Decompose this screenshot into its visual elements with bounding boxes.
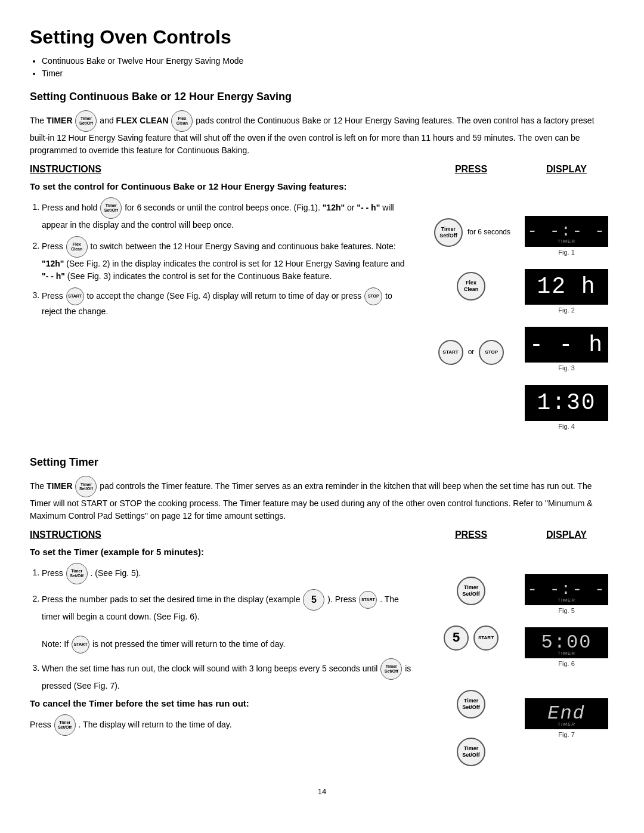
section2-grid: INSTRUCTIONS PRESS DISPLAY To set the Ti… (30, 528, 614, 768)
start-btn-note: START (72, 636, 89, 654)
timer-btn-cancel: TimerSet/Off (54, 714, 76, 736)
timer-button-s2-press1: TimerSet/Off (457, 577, 485, 605)
section1-heading: Setting Continuous Bake or 12 Hour Energ… (30, 89, 614, 104)
section2-press-3: TimerSet/Off (454, 688, 488, 721)
col-header-instructions-2: INSTRUCTIONS (30, 528, 423, 545)
timer-btn-s2-step3: TimerSet/Off (380, 658, 402, 680)
timer-button-press1: TimerSet/Off (434, 218, 463, 247)
fig5-label: Fig. 5 (558, 606, 575, 615)
or-label: or (468, 347, 475, 357)
timer-btn-press3: TimerSet/Off (457, 690, 485, 719)
section1-press-col: TimerSet/Off for 6 seconds FlexClean STA… (423, 180, 519, 444)
number-start-row: 5 START (442, 624, 500, 652)
fig1-display: - -:- - TIMER (525, 216, 608, 247)
fig7-display: End TIMER (525, 698, 608, 729)
fig4-display: 1:30 (525, 385, 608, 421)
fig6-display: 5:00 TIMER (525, 627, 608, 658)
number-5-press: 5 (444, 625, 469, 651)
fig1: - -:- - TIMER Fig. 1 (525, 216, 608, 264)
bullet-list: Continuous Bake or Twelve Hour Energy Sa… (42, 55, 614, 80)
stop-btn-step3: STOP (364, 287, 382, 305)
fig2-text: 12 h (537, 271, 596, 302)
fig7-sub: TIMER (558, 721, 575, 727)
flex-clean-button-press2: FlexClean (457, 272, 485, 301)
fig2-display: 12 h (525, 269, 608, 305)
section2-step-2: Press the number pads to set the desired… (42, 589, 411, 654)
section2-heading: Setting Timer (30, 455, 614, 470)
fig3-text: - - h (530, 329, 603, 361)
fig6-sub: TIMER (558, 650, 575, 657)
col-header-display-1: DISPLAY (519, 163, 614, 179)
fig7: End TIMER Fig. 7 (525, 698, 608, 747)
section1-intro: The TIMER TimerSet/Off and FLEX CLEAN Fl… (30, 110, 614, 157)
section1-press-2: FlexClean (454, 270, 488, 303)
section2-instructions-body: To set the Timer (example for 5 minutes)… (30, 546, 423, 769)
section1-grid: INSTRUCTIONS PRESS DISPLAY To set the co… (30, 163, 614, 443)
section2-subsection2-heading: To cancel the Timer before the set time … (30, 697, 411, 710)
col-header-press-2: PRESS (423, 528, 519, 545)
col-header-instructions-1: INSTRUCTIONS (30, 163, 423, 179)
fig1-label: Fig. 1 (558, 248, 575, 257)
section1-press-3: START or STOP (437, 339, 506, 366)
section1-instructions-body: To set the control for Continuous Bake o… (30, 180, 423, 444)
section1-step-3: Press START to accept the change (See Fi… (42, 287, 411, 318)
bullet-item-1: Continuous Bake or Twelve Hour Energy Sa… (42, 55, 614, 67)
fig4-label: Fig. 4 (558, 422, 575, 431)
fig5: - -:- - TIMER Fig. 5 (525, 574, 608, 623)
timer-btn-s2-step1: TimerSet/Off (66, 563, 88, 584)
col-header-display-2: DISPLAY (519, 528, 614, 545)
section2-step-3: When the set time has run out, the clock… (42, 658, 411, 692)
fig2-label: Fig. 2 (558, 306, 575, 315)
fig7-label: Fig. 7 (558, 730, 575, 739)
fig3-label: Fig. 3 (558, 364, 575, 373)
start-btn-s2-step2: START (359, 591, 377, 609)
number-5-btn: 5 (303, 589, 324, 611)
section1-step-2: Press FlexClean to switch between the 12… (42, 236, 411, 283)
section1-display-col: - -:- - TIMER Fig. 1 12 h Fig. 2 - - h F… (519, 180, 614, 444)
start-btn-press2: START (473, 625, 499, 651)
timer-btn-step1: TimerSet/Off (100, 197, 122, 219)
section2-press-1: TimerSet/Off (454, 574, 488, 608)
fig4: 1:30 Fig. 4 (525, 385, 608, 438)
page-number: 14 (30, 786, 614, 797)
start-or-stop-row: START or STOP (437, 339, 506, 366)
section2-cancel-text: Press TimerSet/Off . The display will re… (30, 714, 411, 736)
fig4-text: 1:30 (537, 387, 596, 419)
section1-press-1: TimerSet/Off for 6 seconds (432, 216, 510, 252)
section2-press-2: 5 START (442, 624, 500, 652)
flex-clean-button-inline: FlexClean (171, 110, 193, 132)
fig6-label: Fig. 6 (558, 659, 575, 668)
section1-step-1: Press and hold TimerSet/Off for 6 second… (42, 197, 411, 231)
fig5-sub: TIMER (558, 597, 575, 603)
fig3-display: - - h (525, 327, 608, 363)
timer-button-inline: TimerSet/Off (75, 110, 97, 132)
section2-press-cancel: TimerSet/Off (454, 735, 488, 769)
section1-steps-list: Press and hold TimerSet/Off for 6 second… (42, 197, 411, 318)
section2-intro: The TIMER TimerSet/Off pad controls the … (30, 476, 614, 522)
page-title: Setting Oven Controls (30, 24, 614, 51)
section2-step-1: Press TimerSet/Off . (See Fig. 5). (42, 563, 411, 584)
for-6-seconds-label: for 6 seconds (467, 227, 510, 237)
timer-for-6sec: TimerSet/Off for 6 seconds (432, 216, 510, 249)
section1-subsection-heading: To set the control for Continuous Bake o… (30, 180, 411, 193)
fig2: 12 h Fig. 2 (525, 269, 608, 322)
fig5-display: - -:- - TIMER (525, 574, 608, 605)
start-btn-step3: START (66, 287, 84, 305)
timer-button-inline-s2: TimerSet/Off (75, 476, 97, 497)
section2-steps-list: Press TimerSet/Off . (See Fig. 5). Press… (42, 563, 411, 692)
col-header-press-1: PRESS (423, 163, 519, 179)
fig3: - - h Fig. 3 (525, 327, 608, 380)
section2-display-col: - -:- - TIMER Fig. 5 5:00 TIMER Fig. 6 E… (519, 546, 614, 769)
stop-button-press3: STOP (479, 340, 504, 365)
section2-press-col: TimerSet/Off 5 START TimerSet/Off TimerS… (423, 546, 519, 769)
bullet-item-2: Timer (42, 68, 614, 80)
fig1-sub: TIMER (558, 238, 575, 244)
fig6: 5:00 TIMER Fig. 6 (525, 627, 608, 676)
section2-subsection1-heading: To set the Timer (example for 5 minutes)… (30, 546, 411, 558)
timer-btn-cancel-press: TimerSet/Off (457, 738, 485, 766)
flex-clean-btn-step2: FlexClean (66, 236, 88, 258)
start-button-press3: START (438, 340, 463, 365)
